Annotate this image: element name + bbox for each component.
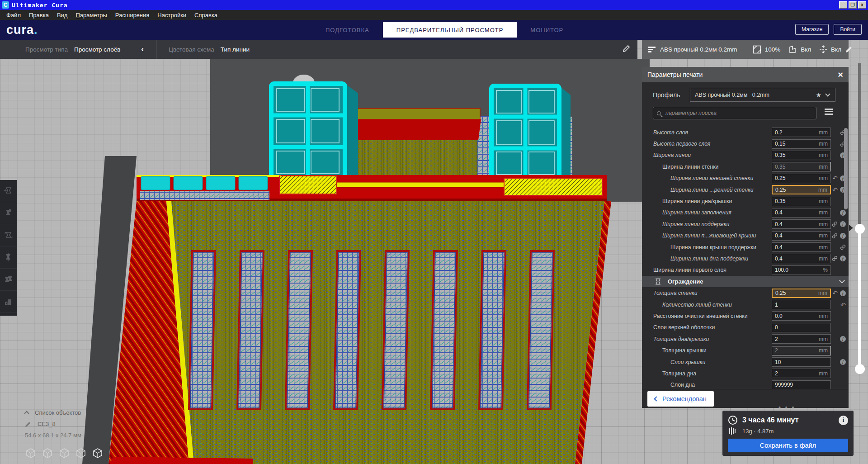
clock-icon (728, 415, 738, 425)
setting-value-input[interactable]: 0.4mm (772, 254, 831, 263)
calculated-value-icon[interactable]: ƒ (840, 256, 846, 261)
menu-item-Вид[interactable]: Вид (53, 11, 71, 19)
camera-view-right-button[interactable] (92, 448, 103, 460)
setting-value-input[interactable]: 999999 (772, 380, 831, 389)
setting-value-input[interactable]: 0.0mm (772, 311, 831, 321)
settings-panel-header[interactable]: Параметры печати × (642, 67, 849, 82)
tool-support-blocker-button[interactable] (0, 291, 17, 313)
collapse-chevron[interactable]: ‹ (141, 45, 144, 54)
calculated-value-icon[interactable]: ƒ (840, 210, 846, 216)
recommended-mode-button[interactable]: Рекомендован (647, 391, 714, 407)
layer-slider-track[interactable] (858, 63, 861, 228)
calculated-value-icon[interactable]: ƒ (840, 290, 846, 296)
infill-value: 100% (765, 46, 781, 53)
object-list-toggle[interactable]: Список объектов (25, 409, 81, 416)
setting-value-input[interactable]: 0.4mm (772, 208, 831, 218)
edit-pencil-icon[interactable] (623, 45, 630, 54)
revert-icon[interactable]: ↶ (840, 302, 846, 308)
calculated-value-icon[interactable]: ƒ (840, 233, 846, 239)
link-icon (832, 233, 838, 239)
setting-value-input[interactable]: 2mm (772, 334, 831, 344)
setting-value-input[interactable]: 0.15mm (772, 139, 831, 149)
calculated-value-icon[interactable]: ƒ (840, 336, 846, 342)
setting-value-input[interactable]: 10 (772, 357, 831, 367)
setting-value-input[interactable]: 2mm (772, 346, 831, 355)
revert-icon[interactable]: ↶ (832, 290, 838, 296)
setting-label: Высота первого слоя (653, 141, 710, 147)
menu-item-Справка[interactable]: Справка (191, 11, 221, 19)
setting-value-input[interactable]: 0.4mm (772, 242, 831, 252)
calculated-value-icon[interactable]: ƒ (840, 359, 846, 365)
camera-view-left-button[interactable] (75, 448, 86, 460)
revert-icon[interactable]: ↶ (832, 175, 838, 181)
stage-tab[interactable]: ПОДГОТОВКА (312, 22, 383, 38)
setting-value-input[interactable]: 1 (772, 300, 831, 309)
layer-slider-range[interactable] (858, 228, 861, 369)
panel-drag-handle[interactable]: • • • (778, 404, 795, 411)
setting-label: Толщина крышки (662, 347, 707, 354)
tool-mirror-button[interactable] (0, 246, 17, 269)
revert-icon[interactable]: ↶ (832, 187, 838, 193)
setting-label: Ширина линии ...ренней стенки (670, 187, 754, 193)
color-scheme-value[interactable]: Тип линии (221, 46, 250, 53)
setting-row: Ширина линииƒ0.35mm (642, 150, 849, 161)
window-close-button[interactable]: x (858, 1, 866, 9)
setting-value-input[interactable]: 0.4mm (772, 231, 831, 241)
setting-label: Ширина линии заполнения (662, 209, 731, 216)
camera-view-top-button[interactable] (59, 448, 70, 460)
setting-label: Слои дна (670, 382, 695, 388)
calculated-value-icon[interactable]: ƒ (840, 221, 846, 227)
infill-icon (753, 45, 761, 54)
window-maximize-button[interactable]: ❐ (849, 1, 857, 9)
setting-value-input[interactable]: 0.25mm (772, 289, 831, 298)
stage-tab[interactable]: МОНИТОР (517, 22, 577, 38)
menu-item-Настройки[interactable]: Настройки (154, 11, 190, 19)
layer-slider-handle-top[interactable] (855, 224, 865, 234)
setting-value-input[interactable]: 0.35mm (772, 162, 831, 171)
camera-view-3d-button[interactable] (25, 448, 36, 460)
shell-section-icon (655, 278, 661, 285)
tool-rotate-button[interactable] (0, 224, 17, 246)
tool-per-model-settings-button[interactable] (0, 269, 17, 291)
camera-view-front-button[interactable] (42, 448, 53, 460)
menu-item-Правка[interactable]: Правка (25, 11, 52, 19)
window-minimize-button[interactable]: _ (839, 1, 847, 9)
tool-scale-button[interactable] (0, 202, 17, 224)
config-edit-pencil-icon[interactable] (845, 46, 853, 53)
menu-item-Расширения[interactable]: Расширения (112, 11, 153, 19)
stage-tab[interactable]: ПРЕДВАРИТЕЛЬНЫЙ ПРОСМОТР (383, 22, 517, 38)
setting-value-input[interactable]: 0.35mm (772, 151, 831, 160)
app-header: cura. ПОДГОТОВКАПРЕДВАРИТЕЛЬНЫЙ ПРОСМОТР… (0, 20, 868, 40)
header-button-Войти[interactable]: Войти (834, 24, 862, 35)
close-icon[interactable]: × (838, 71, 843, 79)
search-placeholder: параметры поиска (665, 110, 717, 116)
settings-section-header[interactable]: Ограждение (642, 276, 849, 287)
print-settings-summary-bar[interactable]: ABS прочный 0.2мм 0.2mm 100% Вкл Вкл (642, 40, 849, 59)
menu-item-Параметры[interactable]: Параметры (72, 11, 110, 19)
setting-value-input[interactable]: 0.25mm (772, 174, 831, 183)
header-button-Магазин[interactable]: Магазин (795, 24, 829, 35)
setting-value-input[interactable]: 0 (772, 323, 831, 332)
object-list-item[interactable]: CE3_8 (25, 421, 81, 427)
settings-search-input[interactable]: параметры поиска (653, 107, 816, 119)
setting-value-input[interactable]: 0.25mm (772, 185, 831, 194)
info-icon[interactable]: i (839, 416, 848, 425)
tool-mirror-icon (3, 252, 14, 262)
view-type-value[interactable]: Просмотр слоёв (74, 46, 120, 53)
tool-move-button[interactable] (0, 180, 17, 202)
setting-value-input[interactable]: 0.2mm (772, 128, 831, 137)
layer-slider-handle-bottom[interactable] (855, 364, 865, 374)
panel-expand-arrow[interactable] (849, 225, 853, 231)
star-icon[interactable]: ★ (816, 91, 821, 99)
setting-label: Ширина линии дна/крышки (662, 198, 732, 204)
menu-item-Файл[interactable]: Файл (3, 11, 24, 19)
setting-value-input[interactable]: 100.0% (772, 265, 831, 275)
settings-scrollbar[interactable] (844, 128, 848, 209)
save-to-file-button[interactable]: Сохранить в файл (728, 439, 848, 452)
settings-menu-icon[interactable] (825, 109, 833, 116)
setting-value-input[interactable]: 0.35mm (772, 197, 831, 206)
setting-value-input[interactable]: 0.4mm (772, 219, 831, 229)
setting-label: Ширина линии (653, 152, 691, 158)
setting-value-input[interactable]: 2mm (772, 369, 831, 378)
profile-dropdown[interactable]: ABS прочный 0.2мм 0.2mm ★ (690, 88, 835, 102)
